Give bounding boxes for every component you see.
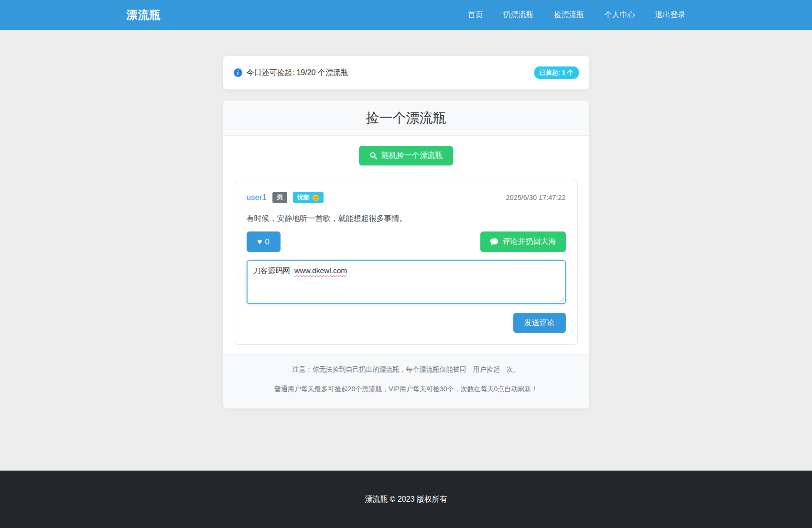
bottle-card: user1 男 忧郁 2025/ (235, 180, 578, 345)
card-footer-notes: 注意：你无法捡到自己扔出的漂流瓶，每个漂流瓶仅能被同一用户捡起一次。 普通用户每… (223, 354, 589, 408)
copyright-text: 漂流瓶 © 2023 版权所有 (365, 495, 447, 505)
nav-item-throw-bottle[interactable]: 扔漂流瓶 (493, 10, 544, 20)
navbar: 漂流瓶 首页 扔漂流瓶 捡漂流瓶 个人中心 退出登录 (0, 0, 812, 30)
nav-item-home[interactable]: 首页 (458, 10, 493, 20)
site-footer: 漂流瓶 © 2023 版权所有 (0, 471, 812, 528)
pensive-face-icon (312, 194, 319, 201)
heart-icon: ♥ (257, 238, 262, 246)
page-title: 捡一个漂流瓶 (366, 109, 446, 127)
bottle-timestamp: 2025/6/30 17:47:22 (506, 194, 566, 201)
pick-bottle-card: 捡一个漂流瓶 随机捡一个漂流瓶 (223, 100, 589, 408)
comment-input[interactable]: 刀客源码网www.dkewl.com (247, 260, 566, 304)
quota-text: 今日还可捡起: 19/20 个漂流瓶 (247, 68, 348, 78)
nav-item-logout[interactable]: 退出登录 (645, 10, 686, 20)
comment-throw-back-button[interactable]: 评论并扔回大海 (480, 231, 566, 252)
comment-draft-url: www.dkewl.com (294, 266, 347, 275)
bottle-content: 有时候，安静地听一首歌，就能想起很多事情。 (247, 214, 566, 224)
gender-badge: 男 (272, 192, 287, 203)
comment-throw-back-label: 评论并扔回大海 (503, 237, 556, 247)
like-button[interactable]: ♥ 0 (247, 231, 281, 252)
random-pick-label: 随机捡一个漂流瓶 (381, 151, 443, 161)
mood-label: 忧郁 (297, 193, 310, 202)
send-comment-button[interactable]: 发送评论 (513, 313, 566, 333)
page: 漂流瓶 首页 扔漂流瓶 捡漂流瓶 个人中心 退出登录 i 今日还可捡起: 19/… (0, 0, 812, 528)
brand-logo[interactable]: 漂流瓶 (127, 8, 161, 22)
bottle-username-link[interactable]: user1 (247, 193, 267, 202)
nav-item-profile[interactable]: 个人中心 (595, 10, 645, 20)
card-header: 捡一个漂流瓶 (223, 100, 589, 136)
comment-bubble-icon (490, 238, 498, 246)
nav-item-pick-bottle[interactable]: 捡漂流瓶 (544, 10, 595, 20)
card-body: 随机捡一个漂流瓶 user1 男 忧郁 (223, 136, 589, 354)
quota-card: i 今日还可捡起: 19/20 个漂流瓶 已捡起: 1 个 (223, 56, 589, 89)
nav-links: 首页 扔漂流瓶 捡漂流瓶 个人中心 退出登录 (458, 10, 686, 20)
random-pick-button[interactable]: 随机捡一个漂流瓶 (359, 146, 453, 165)
info-icon: i (234, 68, 242, 77)
note-line: 注意：你无法捡到自己扔出的漂流瓶，每个漂流瓶仅能被同一用户捡起一次。 (238, 364, 575, 374)
like-count: 0 (265, 237, 269, 247)
search-icon (369, 152, 378, 160)
textarea-resize-handle[interactable] (559, 297, 564, 302)
comment-draft-text: 刀客源码网 (253, 266, 291, 275)
mood-badge: 忧郁 (293, 192, 324, 203)
picked-count-badge: 已捡起: 1 个 (534, 66, 579, 79)
note-line: 普通用户每天最多可捡起20个漂流瓶，VIP用户每天可捡30个，次数在每天0点自动… (238, 384, 575, 394)
